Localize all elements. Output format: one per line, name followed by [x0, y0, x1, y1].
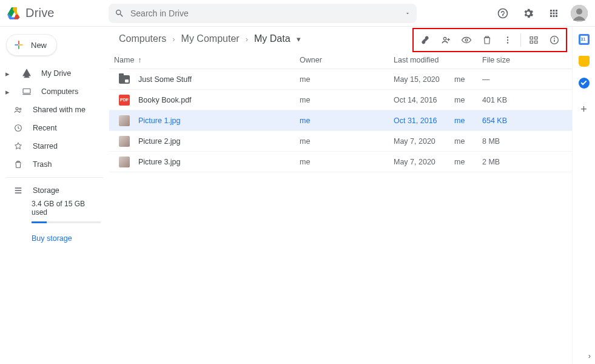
file-name: Just Some Stuff — [138, 75, 300, 84]
help-icon[interactable] — [494, 5, 511, 22]
tasks-app-icon[interactable] — [579, 78, 590, 89]
sidebar-item-my-drive[interactable]: ▸ My Drive — [0, 64, 109, 83]
chevron-right-icon: › — [172, 35, 175, 44]
grid-view-toggle[interactable] — [523, 30, 544, 50]
clock-icon — [13, 123, 23, 133]
toolbar-separator — [520, 33, 521, 47]
new-button[interactable]: New — [6, 34, 57, 56]
storage-block: 3.4 GB of 15 GB used Buy storage — [0, 200, 109, 243]
trash-icon — [13, 160, 23, 169]
file-modified-date: May 7, 2020 — [394, 137, 454, 146]
column-header-owner[interactable]: Owner — [300, 56, 394, 64]
file-modified-by: me — [454, 137, 482, 146]
star-icon — [13, 141, 23, 151]
svg-rect-18 — [535, 37, 538, 39]
sidebar-item-label: Starred — [33, 142, 58, 150]
sidebar-item-shared[interactable]: Shared with me — [0, 101, 109, 119]
sidebar-item-trash[interactable]: Trash — [0, 155, 109, 174]
file-row[interactable]: Picture 1.jpgmeOct 31, 2016me654 KB — [109, 110, 572, 131]
file-size: 8 MB — [482, 137, 572, 146]
column-header-size[interactable]: File size — [482, 56, 572, 64]
svg-rect-19 — [530, 41, 533, 44]
sidebar-item-label: Trash — [33, 160, 52, 169]
search-options-dropdown-icon[interactable] — [405, 10, 411, 16]
share-button[interactable] — [435, 30, 456, 50]
get-link-button[interactable] — [415, 30, 435, 50]
sidebar-item-label: Recent — [33, 124, 57, 132]
settings-gear-icon[interactable] — [520, 5, 537, 22]
file-type-icon — [119, 136, 130, 147]
sidebar-item-label: Shared with me — [33, 106, 86, 114]
side-panel: 31 + › — [572, 27, 595, 364]
buy-storage-link[interactable]: Buy storage — [32, 234, 101, 243]
file-size: 2 MB — [482, 158, 572, 166]
view-details-button[interactable] — [544, 30, 565, 50]
file-name: Picture 1.jpg — [138, 116, 300, 125]
file-modified-by: me — [454, 116, 482, 125]
calendar-app-icon[interactable]: 31 — [579, 34, 590, 45]
apps-grid-icon[interactable] — [545, 5, 562, 22]
more-actions-button[interactable] — [497, 30, 518, 50]
svg-point-10 — [19, 108, 21, 110]
svg-point-16 — [507, 42, 508, 43]
sidebar-item-starred[interactable]: Starred — [0, 137, 109, 155]
storage-icon — [13, 186, 23, 195]
sidebar-item-label: Computers — [41, 87, 78, 96]
file-owner: me — [300, 96, 394, 104]
file-size: — — [482, 75, 572, 84]
file-name: Booky Book.pdf — [138, 96, 300, 104]
sidebar: New ▸ My Drive ▸ Computers Shared with m… — [0, 27, 109, 364]
sidebar-item-label: Storage — [33, 186, 59, 195]
file-name: Picture 3.jpg — [138, 158, 300, 166]
column-headers: Name ↑ Owner Last modified File size — [109, 51, 572, 69]
column-header-name[interactable]: Name ↑ — [114, 56, 300, 64]
chevron-right-icon: › — [246, 35, 248, 44]
sidebar-item-storage[interactable]: Storage — [0, 181, 109, 200]
storage-usage-text: 3.4 GB of 15 GB used — [32, 200, 101, 217]
preview-button[interactable] — [456, 30, 477, 50]
keep-app-icon[interactable] — [579, 56, 590, 67]
svg-rect-17 — [530, 37, 533, 39]
svg-point-7 — [576, 8, 582, 15]
svg-rect-22 — [554, 39, 555, 42]
collapse-side-panel-icon[interactable]: › — [588, 351, 591, 360]
caret-right-icon: ▸ — [5, 69, 10, 78]
app-header: Drive — [0, 0, 595, 27]
computer-icon — [22, 87, 32, 96]
breadcrumb-item[interactable]: Computers — [115, 31, 170, 47]
file-size: 401 KB — [482, 96, 572, 104]
file-modified-date: Oct 14, 2016 — [394, 96, 454, 104]
file-row[interactable]: PDFBooky Book.pdfmeOct 14, 2016me401 KB — [109, 90, 572, 110]
sidebar-item-computers[interactable]: ▸ Computers — [0, 83, 109, 101]
account-avatar[interactable] — [571, 5, 588, 22]
file-owner: me — [300, 116, 394, 125]
dropdown-caret-icon[interactable]: ▾ — [297, 35, 301, 44]
column-header-label: Name — [114, 56, 134, 64]
plus-icon — [13, 39, 25, 51]
storage-progress-bar — [32, 221, 101, 223]
breadcrumb-item-current[interactable]: My Data — [250, 31, 294, 47]
file-row[interactable]: Picture 3.jpgmeMay 7, 2020me2 MB — [109, 152, 572, 172]
file-type-icon: PDF — [119, 95, 130, 106]
file-modified-by: me — [454, 75, 482, 84]
people-icon — [13, 105, 23, 115]
selection-toolbar — [412, 28, 567, 52]
svg-point-15 — [507, 39, 508, 41]
search-icon — [115, 8, 124, 18]
add-addon-button[interactable]: + — [580, 103, 587, 116]
file-size: 654 KB — [482, 116, 572, 125]
search-bar[interactable] — [109, 4, 417, 23]
sidebar-item-recent[interactable]: Recent — [0, 119, 109, 137]
file-type-icon — [119, 74, 130, 85]
file-row[interactable]: Picture 2.jpgmeMay 7, 2020me8 MB — [109, 131, 572, 152]
delete-button[interactable] — [477, 30, 497, 50]
breadcrumb-item[interactable]: My Computer — [178, 31, 243, 47]
file-row[interactable]: Just Some StuffmeMay 15, 2020me— — [109, 69, 572, 90]
search-input[interactable] — [130, 8, 398, 18]
main-panel: Computers › My Computer › My Data ▾ Name… — [109, 27, 572, 364]
svg-point-13 — [465, 39, 468, 41]
logo[interactable]: Drive — [7, 6, 109, 20]
file-type-icon — [119, 115, 130, 126]
drive-logo-icon — [7, 7, 21, 19]
column-header-modified[interactable]: Last modified — [394, 56, 482, 64]
